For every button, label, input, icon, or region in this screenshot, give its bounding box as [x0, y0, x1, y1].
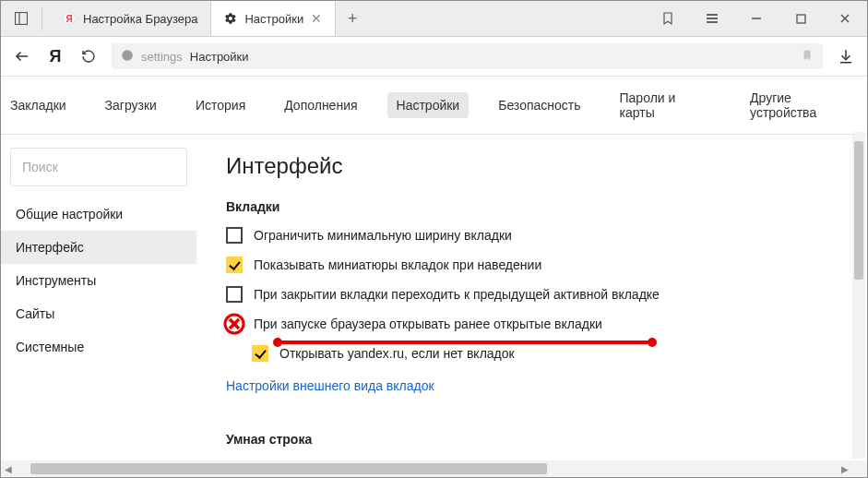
yandex-favicon-icon: Я	[63, 12, 76, 25]
settings-sidebar: Общие настройки Интерфейс Инструменты Са…	[1, 197, 196, 364]
downloads-button[interactable]	[836, 46, 856, 66]
topnav-settings[interactable]: Настройки	[387, 92, 470, 118]
scroll-left-icon[interactable]: ◀	[1, 464, 16, 474]
sidebar-item-general[interactable]: Общие настройки	[1, 197, 196, 231]
topnav-security[interactable]: Безопасность	[489, 92, 589, 118]
option-open-yandex[interactable]: Открывать yandex.ru, если нет вкладок	[252, 345, 845, 362]
cross-annotation-icon	[226, 316, 243, 332]
svg-text:Я: Я	[65, 14, 72, 24]
tab-active[interactable]: Настройки ✕	[210, 1, 336, 36]
settings-search-input[interactable]: Поиск	[10, 148, 187, 186]
horizontal-scrollbar[interactable]: ◀ ▶	[1, 460, 852, 477]
back-button[interactable]	[12, 46, 32, 66]
settings-topnav: Закладки Загрузки История Дополнения Нас…	[1, 77, 867, 135]
option-label: При запуске браузера открывать ранее отк…	[254, 317, 602, 331]
bookmark-page-icon[interactable]	[801, 48, 814, 66]
tabs-section-title: Вкладки	[226, 199, 845, 214]
search-placeholder: Поиск	[22, 160, 58, 174]
gear-icon	[224, 12, 237, 25]
option-restore-tabs[interactable]: При запуске браузера открывать ранее отк…	[226, 316, 845, 332]
scroll-right-icon[interactable]: ▶	[838, 464, 852, 474]
scrollbar-corner	[852, 460, 867, 477]
smartline-title: Умная строка	[226, 432, 845, 447]
option-label: При закрытии вкладки переходить к предыд…	[254, 287, 660, 302]
vertical-scrollbar[interactable]	[852, 132, 865, 459]
sidebar-item-sites[interactable]: Сайты	[1, 297, 196, 330]
window-close-button[interactable]	[823, 1, 867, 36]
checkbox-icon[interactable]	[226, 286, 243, 303]
checkbox-checked-icon[interactable]	[252, 345, 268, 362]
sidebar-toggle-button[interactable]	[8, 1, 34, 36]
tab-appearance-link[interactable]: Настройки внешнего вида вкладок	[226, 378, 434, 393]
tab-title: Настройки	[244, 12, 303, 26]
address-bar[interactable]: settings Настройки	[112, 43, 823, 69]
scrollbar-thumb[interactable]	[854, 141, 863, 280]
svg-point-12	[122, 50, 133, 61]
window-maximize-button[interactable]	[779, 1, 823, 36]
close-tab-icon[interactable]: ✕	[311, 11, 322, 26]
url-text: settings	[141, 50, 183, 64]
reload-button[interactable]	[78, 46, 99, 66]
svg-rect-8	[797, 15, 805, 23]
topnav-downloads[interactable]: Загрузки	[96, 92, 166, 118]
sidebar-item-interface[interactable]: Интерфейс	[1, 231, 196, 264]
scrollbar-thumb[interactable]	[30, 463, 547, 474]
annotation-underline	[276, 341, 654, 344]
sidebar-item-tools[interactable]: Инструменты	[1, 264, 196, 297]
tab-title: Настройка Браузера	[83, 12, 197, 26]
option-min-width[interactable]: Ограничить минимальную ширину вкладки	[226, 227, 845, 244]
tab-inactive[interactable]: Я Настройка Браузера	[50, 1, 210, 36]
topnav-passwords[interactable]: Пароли и карты	[611, 85, 721, 125]
option-label: Открывать yandex.ru, если нет вкладок	[279, 346, 515, 361]
url-title: Настройки	[190, 50, 249, 64]
topnav-devices[interactable]: Другие устройства	[741, 85, 867, 125]
option-thumbnails[interactable]: Показывать миниатюры вкладок при наведен…	[226, 257, 845, 273]
sidebar-item-system[interactable]: Системные	[1, 330, 196, 364]
home-yandex-button[interactable]: Я	[45, 46, 65, 66]
divider	[42, 6, 42, 30]
topnav-addons[interactable]: Дополнения	[275, 92, 366, 118]
page-heading: Интерфейс	[226, 153, 845, 179]
topnav-history[interactable]: История	[186, 92, 255, 118]
option-label: Ограничить минимальную ширину вкладки	[254, 228, 512, 243]
checkbox-checked-icon[interactable]	[226, 257, 243, 273]
window-minimize-button[interactable]	[734, 1, 779, 36]
option-label: Показывать миниатюры вкладок при наведен…	[254, 257, 541, 272]
option-prev-tab[interactable]: При закрытии вкладки переходить к предыд…	[226, 286, 845, 303]
new-tab-button[interactable]: +	[336, 1, 369, 36]
svg-rect-0	[16, 13, 28, 25]
checkbox-icon[interactable]	[226, 227, 243, 244]
site-lock-icon	[121, 49, 134, 65]
bookmark-flag-icon[interactable]	[646, 1, 690, 36]
menu-icon[interactable]	[690, 1, 734, 36]
topnav-bookmarks[interactable]: Закладки	[1, 92, 76, 118]
